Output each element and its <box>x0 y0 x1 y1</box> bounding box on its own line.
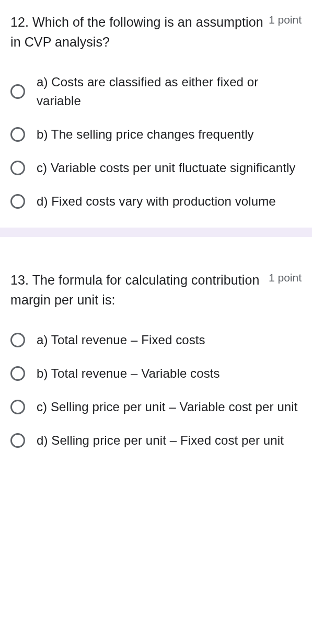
option-b[interactable]: b) The selling price changes frequently <box>10 125 302 144</box>
option-label: c) Selling price per unit – Variable cos… <box>37 398 297 416</box>
question-text: 12. Which of the following is an assumpt… <box>10 13 269 52</box>
question-card-12: 12. Which of the following is an assumpt… <box>0 0 312 228</box>
radio-icon <box>10 127 25 142</box>
radio-icon <box>10 333 25 347</box>
question-points: 1 point <box>269 13 302 26</box>
question-header: 12. Which of the following is an assumpt… <box>10 13 302 52</box>
spacer <box>0 237 312 258</box>
section-divider <box>0 228 312 237</box>
option-c[interactable]: c) Variable costs per unit fluctuate sig… <box>10 159 302 177</box>
option-a[interactable]: a) Total revenue – Fixed costs <box>10 331 302 349</box>
option-label: a) Costs are classified as either fixed … <box>37 73 302 110</box>
radio-icon <box>10 84 25 99</box>
option-label: b) Total revenue – Variable costs <box>37 364 220 383</box>
radio-icon <box>10 400 25 414</box>
radio-icon <box>10 433 25 448</box>
option-label: d) Fixed costs vary with production volu… <box>37 192 276 211</box>
option-label: d) Selling price per unit – Fixed cost p… <box>37 431 284 450</box>
option-b[interactable]: b) Total revenue – Variable costs <box>10 364 302 383</box>
option-d[interactable]: d) Selling price per unit – Fixed cost p… <box>10 431 302 450</box>
option-a[interactable]: a) Costs are classified as either fixed … <box>10 73 302 110</box>
option-c[interactable]: c) Selling price per unit – Variable cos… <box>10 398 302 416</box>
question-header: 13. The formula for calculating contribu… <box>10 270 302 310</box>
radio-icon <box>10 161 25 175</box>
option-label: a) Total revenue – Fixed costs <box>37 331 205 349</box>
options-group: a) Costs are classified as either fixed … <box>10 73 302 211</box>
option-label: c) Variable costs per unit fluctuate sig… <box>37 159 295 177</box>
question-points: 1 point <box>269 270 302 284</box>
radio-icon <box>10 366 25 381</box>
option-label: b) The selling price changes frequently <box>37 125 254 144</box>
option-d[interactable]: d) Fixed costs vary with production volu… <box>10 192 302 211</box>
radio-icon <box>10 194 25 209</box>
options-group: a) Total revenue – Fixed costs b) Total … <box>10 331 302 450</box>
question-card-13: 13. The formula for calculating contribu… <box>0 258 312 467</box>
question-text: 13. The formula for calculating contribu… <box>10 270 269 310</box>
